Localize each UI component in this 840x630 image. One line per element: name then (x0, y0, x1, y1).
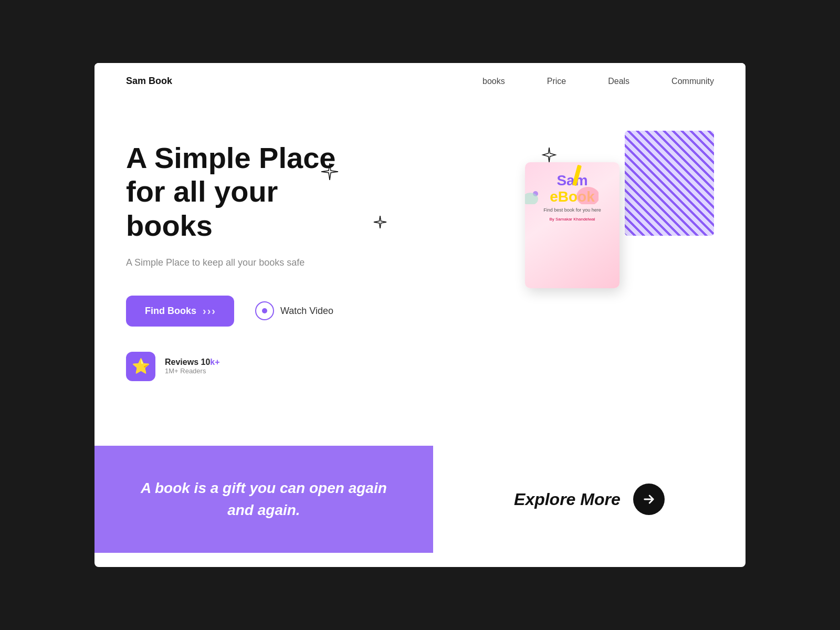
play-icon (255, 301, 274, 320)
arrow-right-icon (642, 492, 656, 507)
nav-item-community[interactable]: Community (671, 77, 714, 86)
find-books-button[interactable]: Find Books ››› (126, 296, 234, 327)
book-author: By Samakar Khandelwal (549, 217, 595, 222)
hero-right: Sam eBook Find best book for you here By… (514, 131, 714, 330)
hero-subtitle: A Simple Place to keep all your books sa… (126, 255, 315, 270)
nav-item-price[interactable]: Price (547, 77, 566, 86)
nav-item-deals[interactable]: Deals (608, 77, 629, 86)
reviews-count: Reviews 10k+ (165, 358, 220, 367)
hero-section: A Simple Place for all your books A Simp… (94, 99, 746, 414)
star-icon: ⭐ (126, 352, 155, 381)
stripe-background (625, 131, 714, 236)
app-window: Sam Book books Price Deals Community (94, 63, 746, 567)
nav-logo[interactable]: Sam Book (126, 76, 482, 87)
book-title: Sam eBook (550, 173, 595, 205)
svg-point-3 (525, 193, 538, 204)
hero-buttons: Find Books ››› Watch Video (126, 296, 514, 327)
book-card: Sam eBook Find best book for you here By… (525, 162, 620, 288)
reviews-badge: ⭐ Reviews 10k+ 1M+ Readers (126, 352, 514, 381)
explore-section: Explore More (433, 446, 746, 553)
arrows-icon: ››› (203, 305, 215, 317)
readers-count: 1M+ Readers (165, 367, 220, 375)
nav-links: books Price Deals Community (482, 77, 714, 86)
explore-arrow-button[interactable] (633, 484, 665, 515)
book-subtitle: Find best book for you here (543, 207, 601, 213)
nav-item-books[interactable]: books (482, 77, 505, 86)
quote-text: A book is a gift you can open again and … (136, 477, 391, 521)
bottom-section: A book is a gift you can open again and … (94, 446, 746, 553)
hero-left: A Simple Place for all your books A Simp… (126, 131, 514, 381)
reviews-text: Reviews 10k+ 1M+ Readers (165, 358, 220, 375)
explore-label: Explore More (514, 490, 621, 509)
hero-title: A Simple Place for all your books (126, 141, 346, 243)
navbar: Sam Book books Price Deals Community (94, 63, 746, 99)
svg-point-1 (533, 191, 538, 196)
watch-video-button[interactable]: Watch Video (255, 301, 333, 320)
quote-banner: A book is a gift you can open again and … (94, 446, 433, 553)
